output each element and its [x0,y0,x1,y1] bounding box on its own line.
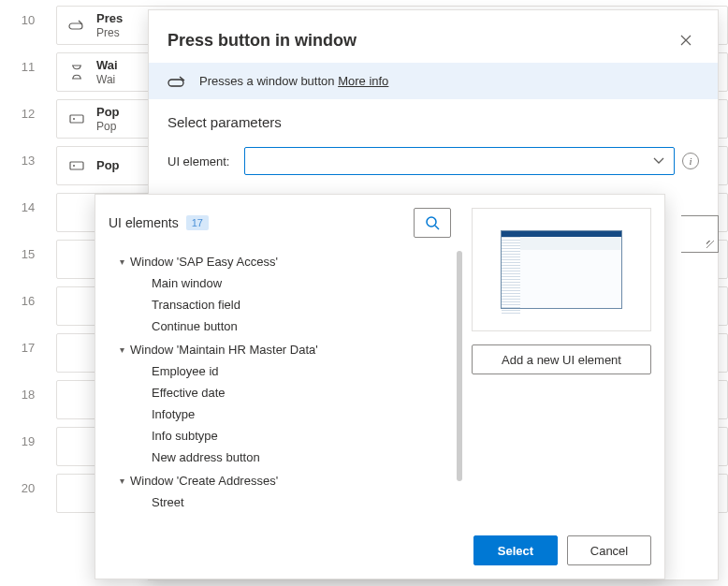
svg-point-4 [73,165,75,167]
preview-thumbnail [501,230,622,309]
populate-icon [68,110,85,127]
search-button[interactable] [414,208,451,238]
step-number: 18 [0,374,56,402]
close-icon [680,35,692,46]
picker-title: UI elements 17 [109,215,209,230]
chevron-down-icon [653,157,664,165]
chevron-down-icon: ▾ [120,344,124,355]
info-icon[interactable]: i [682,153,699,169]
step-number: 20 [0,468,56,495]
step-subtitle: Pop [96,120,120,133]
step-subtitle: Wai [96,73,118,86]
svg-point-6 [427,217,436,227]
tree-group-label: Window 'SAP Easy Access' [130,255,278,269]
tree-group-header[interactable]: ▾ Window 'Create Addresses' [109,470,451,491]
close-button[interactable] [673,27,699,53]
step-title: Pop [96,105,120,120]
chevron-down-icon: ▾ [120,476,124,486]
step-number: 16 [0,281,56,308]
tree-group-label: Window 'Create Addresses' [130,474,278,488]
step-number: 15 [0,234,56,261]
ui-element-picker: UI elements 17 ▾ Window 'SAP Easy Access… [95,194,665,579]
tree-item[interactable]: New address button [109,447,451,468]
svg-point-2 [73,118,75,120]
select-button[interactable]: Select [473,535,558,565]
add-ui-element-button[interactable]: Add a new UI element [472,344,651,374]
more-info-link[interactable]: More info [338,74,388,88]
step-number: 19 [0,421,56,448]
info-text: Presses a window button [199,74,335,88]
svg-rect-5 [168,80,183,86]
svg-rect-1 [70,115,83,123]
tree-item[interactable]: Infotype [109,403,451,425]
background-button-edge [681,215,719,253]
step-number: 10 [0,0,56,27]
dialog-info-bar: Presses a window button More info [149,63,718,99]
press-button-icon [167,75,188,88]
element-preview [472,208,651,331]
chevron-down-icon: ▾ [120,256,124,267]
hourglass-icon [68,64,85,81]
step-title: Pop [96,158,120,173]
step-title: Wai [96,58,118,73]
scrollbar[interactable] [457,251,462,481]
ui-element-tree: ▾ Window 'SAP Easy Access' Main window T… [109,251,464,513]
cancel-button[interactable]: Cancel [567,535,651,565]
tree-group-header[interactable]: ▾ Window 'Maintain HR Master Data' [109,339,451,360]
dialog-title: Press button in window [167,31,357,51]
populate-icon [68,157,85,174]
tree-item[interactable]: Continue button [109,315,451,337]
step-title: Pres [96,11,123,26]
picker-title-text: UI elements [109,215,179,230]
step-number: 11 [0,47,56,74]
resize-grip-icon [706,241,714,248]
step-number: 17 [0,328,56,355]
tree-group-header[interactable]: ▾ Window 'SAP Easy Access' [109,251,451,272]
svg-rect-0 [69,23,82,29]
press-button-icon [68,17,85,34]
param-label: UI element: [167,154,237,168]
step-number: 13 [0,140,56,168]
section-title: Select parameters [167,114,699,130]
tree-item[interactable]: Employee id [109,360,451,382]
element-count-badge: 17 [186,215,209,230]
step-number: 12 [0,94,56,121]
tree-item[interactable]: Street [109,491,451,513]
tree-item[interactable]: Transaction field [109,294,451,315]
search-icon [425,215,440,230]
ui-element-select[interactable] [244,147,675,175]
tree-group-label: Window 'Maintain HR Master Data' [130,343,318,357]
step-number: 14 [0,187,56,214]
step-subtitle: Pres [96,26,123,39]
svg-rect-3 [70,162,83,169]
tree-item[interactable]: Effective date [109,382,451,403]
tree-item[interactable]: Info subtype [109,425,451,447]
tree-item[interactable]: Main window [109,272,451,294]
